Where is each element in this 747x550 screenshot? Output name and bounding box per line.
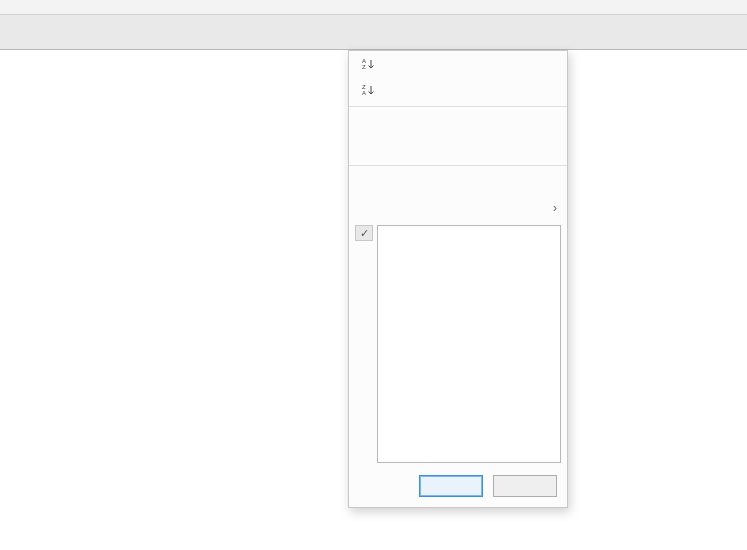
filter-checklist-area: ✓: [349, 221, 567, 469]
menu-separator: [349, 106, 567, 107]
sort-desc-item[interactable]: Z A: [349, 77, 567, 103]
filters-item[interactable]: ›: [349, 195, 567, 221]
ribbon-group-labels: [0, 0, 747, 15]
group-on-item[interactable]: [349, 110, 567, 136]
ok-button[interactable]: [419, 475, 483, 497]
autofilter-menu: A Z Z A › ✓: [348, 50, 568, 508]
checklist-indicator-icon: ✓: [355, 225, 373, 241]
column-headers: [0, 15, 747, 50]
sort-desc-icon: Z A: [357, 83, 379, 97]
menu-button-row: [349, 469, 567, 507]
cancel-button[interactable]: [493, 475, 557, 497]
sort-asc-item[interactable]: A Z: [349, 51, 567, 77]
svg-text:A: A: [362, 90, 366, 96]
clear-filter-item[interactable]: [349, 169, 567, 195]
chevron-right-icon: ›: [553, 201, 557, 215]
menu-separator: [349, 165, 567, 166]
sort-asc-icon: A Z: [357, 57, 379, 71]
no-group-item: [349, 136, 567, 162]
filter-checklist[interactable]: [377, 225, 561, 463]
svg-text:Z: Z: [362, 64, 366, 70]
